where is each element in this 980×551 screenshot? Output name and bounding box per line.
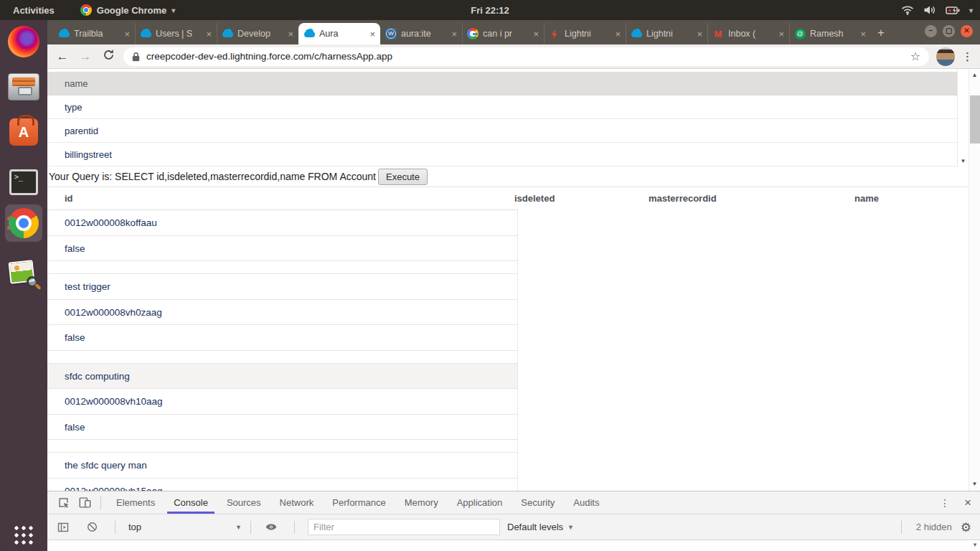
devtools-tab-security[interactable]: Security xyxy=(512,491,564,514)
field-list-item-billingstreet[interactable]: billingstreet xyxy=(47,143,957,166)
close-tab-icon[interactable]: × xyxy=(778,29,784,39)
close-window-button[interactable]: ✕ xyxy=(961,25,973,37)
column-header-id: id xyxy=(65,187,73,210)
chrome-menu-icon[interactable]: ⋮ xyxy=(962,50,973,63)
field-list-scrollbar[interactable]: ▼ xyxy=(957,69,969,166)
divider xyxy=(250,521,251,534)
back-button[interactable]: ← xyxy=(55,50,70,64)
settings-gear-icon[interactable]: ⚙ xyxy=(961,520,971,534)
devtools-tab-console[interactable]: Console xyxy=(164,491,217,514)
console-filter-input[interactable] xyxy=(308,519,500,535)
scrollbar-thumb[interactable] xyxy=(970,95,980,143)
minimize-button[interactable]: − xyxy=(925,25,937,37)
page-scrollbar[interactable]: ▲ ▼ xyxy=(969,69,980,491)
field-list-item-parentid[interactable]: parentid xyxy=(47,119,957,143)
field-list-item-type[interactable]: type xyxy=(47,95,957,119)
devtools-tab-performance[interactable]: Performance xyxy=(323,491,395,514)
devtools-tab-application[interactable]: Application xyxy=(448,491,512,514)
result-row-empty[interactable] xyxy=(47,261,517,274)
salesforce-cloud-icon xyxy=(58,28,70,39)
close-tab-icon[interactable]: × xyxy=(615,29,621,39)
close-tab-icon[interactable]: × xyxy=(533,29,539,39)
log-levels-dropdown[interactable]: Default levels ▼ xyxy=(507,522,574,532)
dock-item-chrome[interactable] xyxy=(5,204,42,242)
tab-google-search[interactable]: can i pr × xyxy=(462,23,544,44)
close-tab-icon[interactable]: × xyxy=(369,29,375,39)
devtools-tab-sources[interactable]: Sources xyxy=(217,491,270,514)
dock-item-firefox[interactable] xyxy=(8,26,39,57)
tab-aura-active[interactable]: Aura × xyxy=(298,23,380,44)
close-tab-icon[interactable]: × xyxy=(697,29,702,39)
dock-item-file-archive[interactable] xyxy=(8,71,39,103)
dock-item-screenshot-tool[interactable] xyxy=(8,258,39,290)
result-row[interactable]: 0012w000008koffaau xyxy=(47,210,517,236)
javascript-context-selector[interactable]: top ▼ xyxy=(128,522,242,532)
close-tab-icon[interactable]: × xyxy=(206,29,212,39)
close-tab-icon[interactable]: × xyxy=(288,29,293,39)
device-toolbar-icon[interactable] xyxy=(77,496,92,510)
devtools-menu-icon[interactable]: ⋮ xyxy=(940,497,950,509)
console-output-area[interactable]: ▼ xyxy=(47,540,980,551)
show-applications-button[interactable] xyxy=(14,525,34,545)
close-tab-icon[interactable]: × xyxy=(860,29,866,39)
result-row[interactable]: 0012w000008vh10aag xyxy=(47,389,517,415)
tab-inbox[interactable]: Inbox ( × xyxy=(707,23,789,44)
column-header-name: name xyxy=(854,187,879,210)
result-row[interactable]: false xyxy=(47,415,517,441)
profile-avatar[interactable] xyxy=(936,47,955,66)
dock-item-terminal[interactable] xyxy=(8,166,39,198)
url-text[interactable]: creepcoder-dev-ed.lightning.force.com/c/… xyxy=(146,51,904,62)
devtools-tab-memory[interactable]: Memory xyxy=(395,491,448,514)
console-sidebar-toggle-icon[interactable] xyxy=(56,520,70,534)
maximize-button[interactable]: ▢ xyxy=(943,25,955,37)
result-row[interactable]: test trigger xyxy=(47,274,517,300)
result-row[interactable]: 0012w000008vh0zaag xyxy=(47,300,517,326)
tab-trailblazer[interactable]: Trailbla × xyxy=(53,23,135,44)
bookmark-star-icon[interactable]: ☆ xyxy=(910,50,920,63)
devtools-tab-audits[interactable]: Audits xyxy=(564,491,608,514)
scroll-up-arrow-icon[interactable]: ▲ xyxy=(969,72,980,78)
tab-ramesh[interactable]: Ramesh × xyxy=(789,23,871,44)
address-bar[interactable]: creepcoder-dev-ed.lightning.force.com/c/… xyxy=(123,47,929,66)
devtools-tab-elements[interactable]: Elements xyxy=(107,491,164,514)
execute-button[interactable]: Execute xyxy=(378,169,428,185)
ubuntu-top-bar: Activities Google Chrome ▾ Fri 22:12 ▾ xyxy=(0,0,980,20)
dock-item-ubuntu-software[interactable] xyxy=(8,116,39,148)
tab-aura-ite[interactable]: aura:ite × xyxy=(380,23,462,44)
devtools-close-icon[interactable]: × xyxy=(964,496,971,510)
scroll-down-arrow-icon[interactable]: ▼ xyxy=(972,542,978,548)
ubuntu-dock xyxy=(0,20,47,551)
wifi-icon xyxy=(901,5,914,15)
scroll-down-arrow-icon[interactable]: ▼ xyxy=(969,481,980,487)
result-row-hovered[interactable]: sfdc computing xyxy=(47,364,517,390)
app-menu-label: Google Chrome xyxy=(97,5,167,16)
result-row-clipped[interactable]: 0012w000008vh15aag xyxy=(47,479,517,491)
reload-button[interactable] xyxy=(100,49,116,65)
close-tab-icon[interactable]: × xyxy=(451,29,457,39)
result-row-empty[interactable] xyxy=(47,440,517,453)
app-menu[interactable]: Google Chrome ▾ xyxy=(80,4,176,16)
tab-lightning-2[interactable]: Lightni × xyxy=(626,23,707,44)
result-row[interactable]: false xyxy=(47,325,517,351)
query-text: Your Query is: SELECT id,isdeleted,maste… xyxy=(49,171,376,182)
clear-console-icon[interactable] xyxy=(85,520,99,534)
devtools-tab-network[interactable]: Network xyxy=(270,491,324,514)
result-row[interactable]: the sfdc query man xyxy=(47,453,517,479)
tab-strip: Trailbla × Users | S × Develop × Aura × … xyxy=(47,20,980,44)
tab-users[interactable]: Users | S × xyxy=(135,23,217,44)
activities-button[interactable]: Activities xyxy=(13,5,55,16)
field-list-item-name[interactable]: name xyxy=(47,72,957,95)
inspect-element-icon[interactable] xyxy=(56,496,70,510)
column-header-isdeleted: isdeleted xyxy=(514,187,555,210)
result-row-empty[interactable] xyxy=(47,351,517,364)
result-row[interactable]: false xyxy=(47,236,517,262)
new-tab-button[interactable]: + xyxy=(871,23,891,43)
tab-lightning-1[interactable]: Lightni × xyxy=(544,23,626,44)
live-expression-eye-icon[interactable] xyxy=(264,520,278,534)
system-status-area[interactable]: ▾ xyxy=(901,0,973,20)
scroll-down-arrow-icon[interactable]: ▼ xyxy=(958,158,969,164)
tab-developer[interactable]: Develop × xyxy=(217,23,298,44)
close-tab-icon[interactable]: × xyxy=(124,29,130,39)
forward-button[interactable]: → xyxy=(77,50,93,64)
clock[interactable]: Fri 22:12 xyxy=(471,5,509,16)
